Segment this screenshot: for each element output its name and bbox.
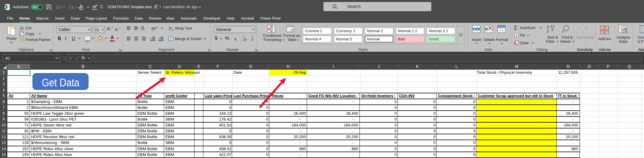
svg-text:A: A xyxy=(547,25,549,29)
svg-text:.0: .0 xyxy=(251,38,253,41)
svg-text:c: c xyxy=(169,28,170,31)
svg-text:.00: .00 xyxy=(243,38,247,41)
svg-text:X: X xyxy=(4,5,6,9)
svg-text:Z: Z xyxy=(547,29,549,33)
